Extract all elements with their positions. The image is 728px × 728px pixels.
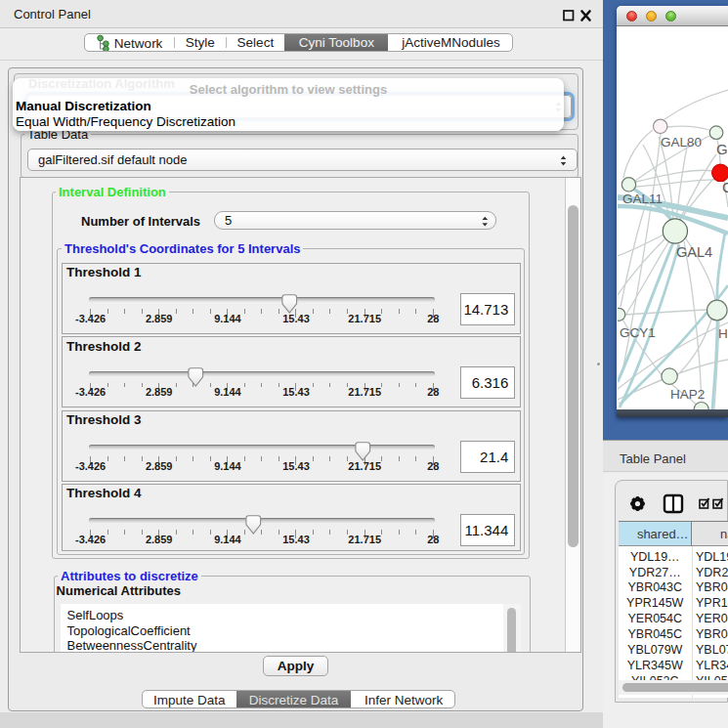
svg-text:GAL11: GAL11 (622, 192, 663, 206)
svg-text:H: H (718, 326, 728, 341)
svg-text:GAL80: GAL80 (661, 135, 702, 150)
svg-text:G.: G. (716, 141, 728, 157)
svg-text:HAP2: HAP2 (670, 387, 705, 402)
svg-text:GAL4: GAL4 (676, 244, 712, 260)
svg-text:GCY1: GCY1 (620, 325, 656, 340)
svg-text:C: C (722, 179, 728, 195)
